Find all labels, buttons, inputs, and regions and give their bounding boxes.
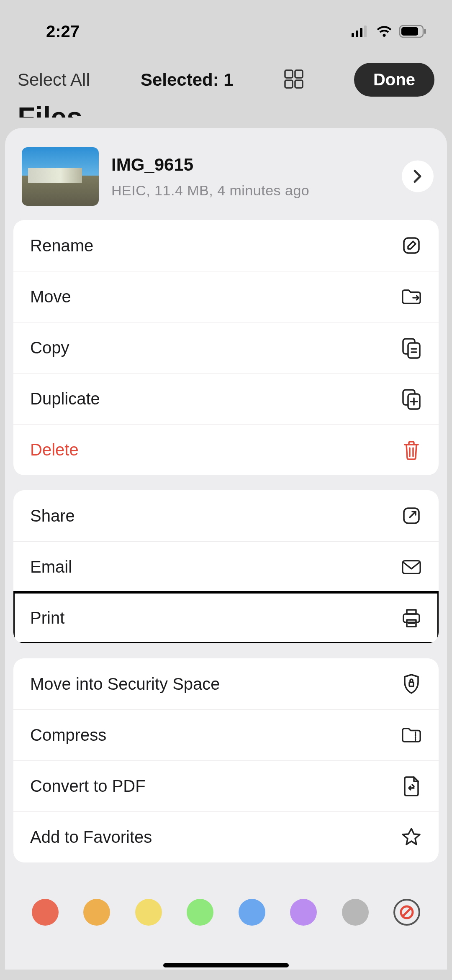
view-grid-button[interactable] — [284, 69, 303, 90]
rename-row[interactable]: Rename — [13, 220, 439, 271]
home-indicator[interactable] — [163, 963, 289, 967]
row-label: Duplicate — [30, 389, 100, 408]
delete-row[interactable]: Delete — [13, 424, 439, 475]
svg-rect-6 — [424, 29, 426, 34]
top-bar: Select All Selected: 1 Done — [0, 50, 452, 101]
tag-gray[interactable] — [342, 899, 369, 926]
file-header[interactable]: IMG_9615 HEIC, 11.4 MB, 4 minutes ago — [9, 139, 443, 220]
svg-rect-2 — [360, 28, 362, 37]
shield-lock-icon — [401, 673, 422, 694]
row-label: Convert to PDF — [30, 777, 146, 796]
edit-icon — [401, 235, 422, 256]
battery-icon — [399, 25, 427, 38]
row-label: Email — [30, 558, 72, 576]
tag-yellow[interactable] — [135, 899, 162, 926]
print-row[interactable]: Print — [13, 592, 439, 643]
star-icon — [401, 827, 422, 848]
page-title: Files — [0, 101, 452, 118]
svg-rect-10 — [295, 80, 303, 88]
svg-rect-25 — [403, 614, 419, 622]
duplicate-icon — [401, 389, 422, 409]
select-all-button[interactable]: Select All — [18, 70, 90, 90]
status-icons — [352, 25, 427, 38]
trash-icon — [401, 440, 422, 461]
tag-none[interactable] — [393, 899, 420, 926]
svg-rect-0 — [352, 33, 354, 37]
grid-icon — [284, 69, 303, 89]
security-space-row[interactable]: Move into Security Space — [13, 658, 439, 709]
svg-rect-7 — [285, 70, 293, 78]
svg-rect-5 — [401, 27, 418, 36]
action-sheet: IMG_9615 HEIC, 11.4 MB, 4 minutes ago Re… — [5, 128, 447, 970]
file-meta: HEIC, 11.4 MB, 4 minutes ago — [111, 182, 309, 199]
copy-row[interactable]: Copy — [13, 322, 439, 373]
share-row[interactable]: Share — [13, 490, 439, 541]
selected-count: Selected: 1 — [141, 70, 234, 90]
done-button[interactable]: Done — [354, 63, 434, 97]
row-label: Add to Favorites — [30, 828, 152, 847]
tag-green[interactable] — [187, 899, 213, 926]
svg-rect-3 — [364, 26, 367, 37]
row-label: Delete — [30, 440, 79, 459]
status-time: 2:27 — [46, 22, 80, 41]
row-label: Move into Security Space — [30, 675, 220, 693]
row-label: Move — [30, 287, 71, 306]
svg-rect-23 — [403, 560, 420, 573]
move-row[interactable]: Move — [13, 271, 439, 322]
svg-rect-9 — [285, 80, 293, 88]
wifi-icon — [376, 25, 393, 38]
svg-line-31 — [403, 908, 411, 916]
svg-rect-13 — [408, 343, 420, 358]
file-thumbnail — [22, 147, 99, 206]
tag-orange[interactable] — [83, 899, 110, 926]
status-bar: 2:27 — [0, 0, 452, 50]
add-favorite-row[interactable]: Add to Favorites — [13, 811, 439, 862]
row-label: Compress — [30, 726, 106, 745]
cellular-icon — [352, 26, 369, 37]
no-tag-icon — [399, 905, 414, 920]
action-group-2: Share Email Print — [13, 490, 439, 643]
chevron-right-icon — [413, 169, 422, 183]
zip-icon — [401, 725, 422, 746]
convert-pdf-row[interactable]: Convert to PDF — [13, 760, 439, 811]
action-group-1: Rename Move Copy Duplicate Delete — [13, 220, 439, 475]
compress-row[interactable]: Compress — [13, 709, 439, 760]
svg-rect-11 — [404, 238, 419, 253]
color-tag-bar — [0, 899, 452, 926]
row-label: Copy — [30, 338, 69, 357]
tag-blue[interactable] — [239, 899, 265, 926]
print-icon — [401, 608, 422, 629]
row-label: Rename — [30, 236, 93, 255]
file-details-button[interactable] — [402, 160, 434, 192]
share-icon — [401, 505, 422, 526]
action-group-3: Move into Security Space Compress Conver… — [13, 658, 439, 862]
duplicate-row[interactable]: Duplicate — [13, 373, 439, 424]
pdf-icon — [401, 776, 422, 797]
folder-move-icon — [401, 287, 422, 307]
tag-red[interactable] — [32, 899, 59, 926]
email-row[interactable]: Email — [13, 541, 439, 592]
row-label: Print — [30, 609, 64, 627]
row-label: Share — [30, 507, 75, 525]
copy-icon — [401, 338, 422, 358]
mail-icon — [401, 557, 422, 578]
file-name: IMG_9615 — [111, 155, 309, 175]
tag-purple[interactable] — [290, 899, 317, 926]
svg-rect-8 — [295, 70, 303, 78]
svg-rect-1 — [356, 31, 358, 37]
